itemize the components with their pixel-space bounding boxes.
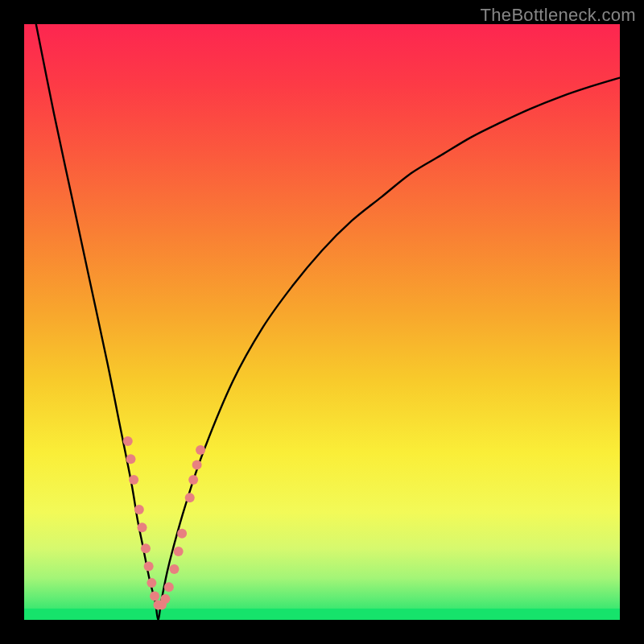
marker-dot	[169, 564, 179, 574]
marker-dot	[196, 445, 205, 455]
curve-layer	[24, 24, 620, 620]
marker-dot	[188, 475, 198, 485]
marker-dot	[126, 454, 135, 464]
marker-dot	[160, 594, 170, 604]
marker-dot	[150, 591, 159, 601]
bottleneck-curve	[36, 24, 620, 620]
marker-dot	[177, 529, 187, 539]
marker-dot	[185, 493, 195, 502]
marker-dot	[174, 547, 184, 556]
marker-dot	[138, 522, 147, 532]
marker-dot	[147, 578, 156, 588]
marker-dot	[192, 460, 202, 470]
marker-dot	[123, 436, 133, 446]
marker-dot	[141, 543, 151, 553]
marker-dot	[144, 561, 154, 571]
marker-dot	[134, 505, 144, 514]
chart-container: TheBottleneck.com	[0, 0, 644, 644]
marker-dot	[164, 582, 174, 592]
marker-dot	[129, 475, 138, 485]
plot-area	[24, 24, 620, 620]
watermark-text: TheBottleneck.com	[481, 5, 636, 26]
